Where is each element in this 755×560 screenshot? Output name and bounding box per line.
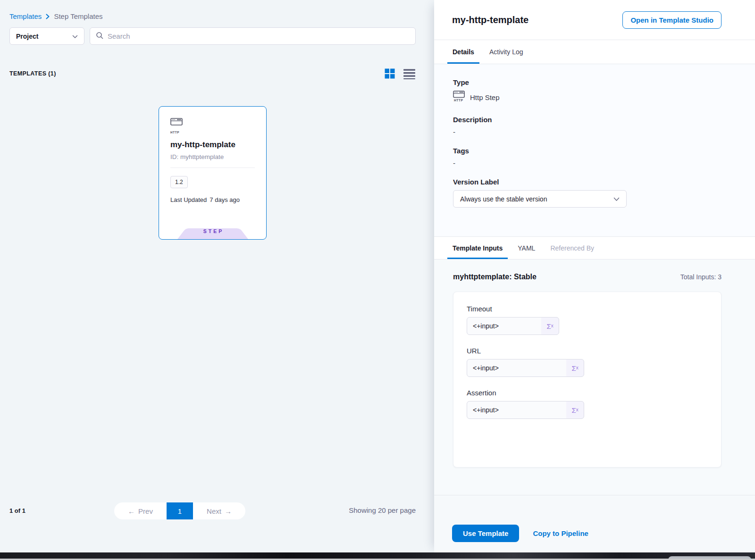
per-page-label: Showing 20 per page: [349, 506, 416, 514]
type-value: Http Step: [470, 93, 500, 101]
timeout-input[interactable]: <+input> Σˣ: [467, 317, 559, 335]
tab-referenced-by[interactable]: Referenced By: [545, 237, 599, 259]
drawer-title: my-http-template: [452, 15, 528, 25]
inputs-header-row: myhttptemplate: Stable Total Inputs: 3: [453, 273, 721, 281]
assertion-value: <+input>: [467, 406, 566, 414]
tab-yaml[interactable]: YAML: [512, 237, 540, 259]
tab-details[interactable]: Details: [447, 40, 479, 64]
assertion-input[interactable]: <+input> Σˣ: [467, 401, 584, 419]
list-toolbar: Project: [9, 27, 416, 45]
tags-value: -: [453, 159, 721, 167]
description-label: Description: [453, 116, 721, 124]
tab-template-inputs[interactable]: Template Inputs: [447, 237, 508, 259]
desktop-strip: [0, 552, 755, 559]
templates-page: Templates Step Templates Project TEMPLAT: [0, 0, 755, 560]
version-chip: 1.2: [170, 176, 188, 188]
description-value: -: [453, 128, 721, 136]
template-details-drawer: my-http-template Open in Template Studio…: [434, 0, 755, 552]
next-page-button[interactable]: Next →: [193, 502, 245, 519]
search-icon: [96, 32, 103, 41]
list-view-icon[interactable]: [403, 68, 416, 79]
template-card-id: ID: myhttptemplate: [170, 153, 255, 160]
inputs-title: myhttptemplate: Stable: [453, 273, 537, 281]
assertion-field: Assertion <+input> Σˣ: [467, 389, 708, 419]
version-select-value: Always use the stable version: [460, 195, 547, 203]
template-inputs-section: myhttptemplate: Stable Total Inputs: 3 T…: [434, 259, 755, 495]
prev-label: Prev: [138, 507, 153, 515]
prev-page-button[interactable]: ← Prev: [114, 502, 167, 519]
template-card-title: my-http-template: [170, 140, 255, 150]
expression-sigma-icon[interactable]: Σˣ: [566, 359, 584, 376]
view-toggles: [384, 68, 416, 79]
url-value: <+input>: [467, 364, 566, 372]
arrow-right-icon: →: [225, 507, 232, 515]
timeout-value: <+input>: [467, 322, 541, 330]
http-icon-caption: HTTP: [170, 131, 255, 134]
arrow-left-icon: ←: [128, 507, 135, 515]
template-card[interactable]: HTTP my-http-template ID: myhttptemplate…: [159, 106, 267, 240]
list-header: TEMPLATES (1): [9, 68, 416, 79]
details-section: Type HTTP Http Step Description - Tags -…: [434, 64, 755, 237]
url-label: URL: [467, 347, 708, 355]
last-updated-label: Last Updated: [170, 196, 207, 203]
assertion-label: Assertion: [467, 389, 708, 397]
templates-count-heading: TEMPLATES (1): [9, 70, 56, 77]
scope-dropdown[interactable]: Project: [9, 27, 84, 45]
details-tabs: Details Activity Log: [434, 40, 755, 64]
next-label: Next: [207, 507, 221, 515]
last-updated-value: 7 days ago: [210, 196, 240, 203]
open-template-studio-button[interactable]: Open in Template Studio: [622, 11, 721, 29]
version-label: Version Label: [453, 178, 721, 186]
total-inputs-label: Total Inputs: 3: [680, 273, 721, 281]
svg-text:HTTP: HTTP: [454, 99, 463, 102]
timeout-label: Timeout: [467, 305, 708, 313]
breadcrumb-templates-link[interactable]: Templates: [9, 12, 42, 20]
search-box: [90, 27, 416, 45]
card-divider: [170, 167, 255, 168]
tab-activity-log[interactable]: Activity Log: [484, 40, 528, 64]
http-step-icon: HTTP: [453, 91, 465, 104]
chevron-right-icon: [45, 14, 50, 19]
use-template-button[interactable]: Use Template: [452, 525, 519, 542]
step-type-badge: STEP: [177, 228, 248, 239]
templates-list-panel: Templates Step Templates Project TEMPLAT: [0, 0, 434, 552]
tags-label: Tags: [453, 147, 721, 155]
search-input[interactable]: [108, 32, 410, 40]
expression-sigma-icon[interactable]: Σˣ: [541, 318, 559, 334]
chevron-down-icon: [72, 33, 78, 40]
last-updated-row: Last Updated 7 days ago: [170, 196, 255, 203]
type-value-row: HTTP Http Step: [453, 91, 721, 104]
breadcrumb: Templates Step Templates: [9, 12, 103, 20]
type-label: Type: [453, 78, 721, 86]
timeout-field: Timeout <+input> Σˣ: [467, 305, 708, 335]
expression-sigma-icon[interactable]: Σˣ: [566, 401, 584, 418]
grid-view-icon[interactable]: [384, 68, 395, 79]
version-select[interactable]: Always use the stable version: [453, 190, 627, 208]
breadcrumb-current: Step Templates: [54, 12, 102, 20]
http-step-icon: HTTP: [170, 118, 255, 134]
page-range-label: 1 of 1: [9, 507, 25, 514]
pagination: ← Prev 1 Next →: [114, 502, 245, 519]
url-field: URL <+input> Σˣ: [467, 347, 708, 377]
inputs-tabs: Template Inputs YAML Referenced By: [434, 237, 755, 259]
scope-dropdown-value: Project: [16, 33, 38, 40]
url-input[interactable]: <+input> Σˣ: [467, 359, 584, 377]
copy-to-pipeline-link[interactable]: Copy to Pipeline: [533, 529, 588, 537]
chevron-down-icon: [613, 195, 620, 203]
drawer-header: my-http-template Open in Template Studio: [434, 0, 755, 40]
inputs-card: Timeout <+input> Σˣ URL <+input> Σˣ Asse…: [453, 292, 721, 468]
drawer-footer: Use Template Copy to Pipeline: [434, 495, 755, 552]
page-1-button[interactable]: 1: [167, 502, 193, 519]
